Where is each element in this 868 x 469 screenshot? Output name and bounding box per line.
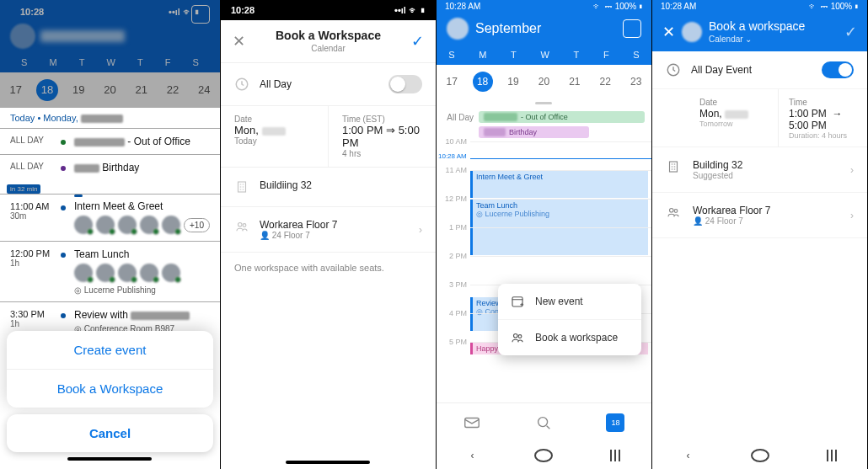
svg-rect-1 [238, 182, 245, 192]
calendar-plus-icon [510, 294, 525, 309]
system-nav: ‹ [437, 442, 651, 469]
nav-mail[interactable] [461, 412, 483, 434]
svg-point-6 [518, 335, 522, 338]
chevron-right-icon: › [419, 224, 422, 236]
sys-home[interactable] [751, 449, 769, 462]
status-bar: 10:28 AM ᯤ ⎓ 100% ▮ [437, 0, 651, 13]
dot-icon [61, 140, 66, 145]
date-strip[interactable]: 17 18 19 20 21 22 23 [437, 65, 651, 99]
avatar[interactable] [447, 18, 469, 40]
sys-recents[interactable] [606, 449, 624, 462]
time-cell[interactable]: Time 1:00 PM → 5:00 PM Duration: 4 hours [779, 89, 867, 147]
people-icon [510, 330, 525, 345]
now-pill: in 32 min [7, 184, 40, 194]
building-icon [666, 159, 681, 174]
allday-toggle[interactable] [388, 75, 422, 93]
allday-row-1[interactable]: ALL DAY - Out of Office [0, 128, 220, 154]
status-icons: ••ıl ᯤ ▮ [394, 5, 426, 15]
avatar[interactable] [10, 24, 35, 49]
status-icons: ᯤ ⎓ 100% ▮ [593, 2, 643, 11]
sheet-create-event[interactable]: Create event [7, 331, 213, 369]
status-icons: ᯤ ⎓ 100% ▮ [809, 2, 859, 11]
confirm-icon[interactable]: ✓ [844, 23, 857, 41]
create-menu: New event Book a workspace [498, 284, 641, 355]
dot-icon [61, 253, 66, 258]
allday-row[interactable]: All Day [221, 63, 436, 106]
status-time: 10:28 [231, 5, 255, 15]
now-indicator [74, 195, 83, 197]
date-cell[interactable]: Date Mon, Today [221, 106, 329, 167]
svg-rect-7 [465, 418, 480, 428]
avatar[interactable] [682, 22, 702, 42]
sheet-book-workspace[interactable]: Book a Workspace [7, 369, 213, 408]
building-row[interactable]: Building 32 Suggested › [652, 147, 867, 193]
month-title[interactable]: September [475, 21, 616, 36]
allday-row-2[interactable]: ALL DAY Birthday [0, 154, 220, 180]
agenda-view-icon[interactable] [623, 19, 641, 38]
svg-point-12 [674, 210, 678, 213]
home-indicator [286, 461, 370, 464]
system-nav: ‹ [652, 442, 867, 469]
sheet-cancel[interactable]: Cancel [7, 414, 213, 452]
chevron-right-icon: › [850, 164, 854, 176]
status-bar: 10:28 AM ᯤ ⎓ 100% ▮ [652, 0, 867, 13]
clock-icon [234, 77, 249, 92]
svg-point-3 [243, 224, 246, 227]
svg-rect-10 [670, 162, 678, 172]
menu-new-event[interactable]: New event [498, 284, 641, 319]
svg-point-5 [514, 334, 518, 338]
weekday-header: SMTWTFS [10, 57, 210, 67]
now-label: 10:28 AM [438, 152, 467, 160]
status-bar: 10:28 ••ıl ᯤ ▮ [221, 0, 436, 20]
close-icon[interactable]: ✕ [233, 32, 245, 51]
status-time: 10:28 [20, 7, 44, 17]
nav-calendar[interactable]: 18 [604, 412, 626, 434]
workarea-row[interactable]: Workarea Floor 7 👤 24 Floor 7 › [221, 207, 436, 253]
chevron-right-icon: › [850, 210, 854, 221]
menu-book-workspace[interactable]: Book a workspace [498, 319, 641, 355]
page-title-blur [40, 30, 125, 42]
attendee-avatars [74, 264, 210, 282]
svg-point-11 [670, 209, 674, 213]
home-indicator [67, 457, 152, 461]
close-icon[interactable]: ✕ [662, 23, 675, 41]
footer-hint: One workspace with available seats. [221, 253, 436, 283]
sys-back[interactable]: ‹ [463, 449, 481, 462]
allday-row[interactable]: All Day - Out of Office [437, 108, 651, 126]
bottom-nav: 18 [437, 402, 651, 442]
page-title: Book a workspace Calendar ⌄ [709, 19, 805, 45]
building-icon [234, 179, 249, 195]
workarea-row[interactable]: Workarea Floor 7 👤 24 Floor 7 › [652, 193, 867, 238]
dot-icon [61, 313, 66, 318]
time-cell[interactable]: Time (EST) 1:00 PM ⇒ 5:00 PM 4 hrs [329, 106, 436, 167]
people-icon [666, 205, 681, 220]
today-label: Today • Monday, [0, 108, 220, 128]
svg-point-2 [238, 223, 242, 227]
event-lunch[interactable]: 12:00 PM1h Team Lunch ◎ Lucerne Publishi… [0, 241, 220, 301]
nav-search[interactable] [533, 412, 555, 434]
date-strip[interactable]: 17 18 19 20 21 22 24 [0, 72, 220, 108]
svg-point-8 [538, 418, 548, 427]
dot-icon [61, 166, 66, 171]
status-bar: 10:28 ••ıl ᯤ ▮ [10, 2, 210, 22]
building-row[interactable]: Buildiing 32 [221, 168, 436, 207]
date-cell[interactable]: Date Mon, Tomorrow [689, 89, 779, 147]
attendee-avatars: +10 [74, 216, 210, 234]
allday-row[interactable]: All Day Event [652, 51, 867, 89]
agenda-view-icon[interactable] [191, 5, 210, 24]
people-icon [234, 219, 249, 234]
event-intern[interactable]: Intern Meet & Greet [470, 171, 648, 198]
now-line [470, 158, 651, 159]
action-sheet: Create event Book a Workspace Cancel [7, 331, 213, 466]
sys-recents[interactable] [822, 449, 841, 462]
confirm-icon[interactable]: ✓ [411, 32, 424, 51]
event-intern[interactable]: 11:00 AM30m Intern Meet & Greet +10 [0, 194, 220, 241]
allday-toggle[interactable] [822, 61, 854, 78]
dot-icon [61, 205, 66, 211]
clock-icon [666, 62, 681, 77]
sys-home[interactable] [534, 449, 553, 462]
page-title: Book a Workspace Calendar [276, 29, 381, 54]
weekday-header: SMTWTFS [437, 45, 651, 65]
sys-back[interactable]: ‹ [679, 449, 698, 462]
